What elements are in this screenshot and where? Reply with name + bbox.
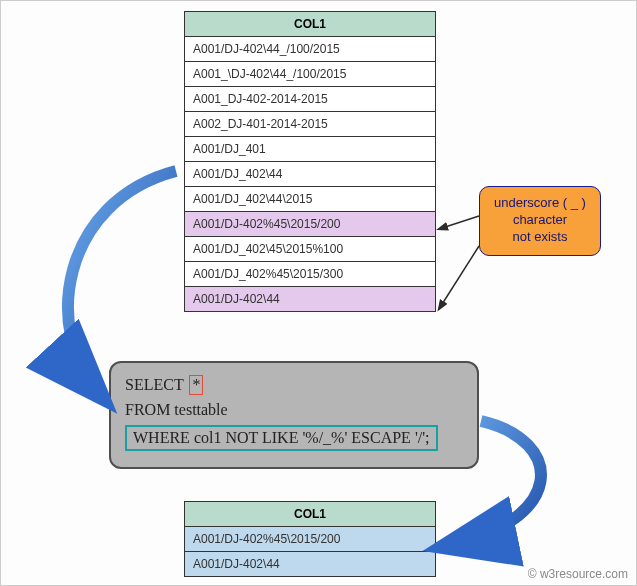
table-row: A001_\DJ-402\44_/100/2015 <box>185 62 436 87</box>
sql-star-highlight: * <box>189 375 203 395</box>
table-row: A001/DJ_402\45\2015%100 <box>185 237 436 262</box>
table-row: A001_DJ-402-2014-2015 <box>185 87 436 112</box>
result-table-header: COL1 <box>185 502 436 527</box>
sql-where-highlight: WHERE col1 NOT LIKE '%/_%' ESCAPE '/'; <box>125 425 438 451</box>
table-row: A001/DJ_402\44 <box>185 162 436 187</box>
callout-pointer-1 <box>439 216 479 229</box>
sql-where-line: WHERE col1 NOT LIKE '%/_%' ESCAPE '/'; <box>133 429 430 446</box>
result-table: COL1 A001/DJ-402%45\2015/200A001/DJ-402\… <box>184 501 436 577</box>
source-table-header: COL1 <box>185 12 436 37</box>
table-row: A001/DJ-402%45\2015/200 <box>185 212 436 237</box>
sql-star: * <box>192 376 200 393</box>
result-table-body: A001/DJ-402%45\2015/200A001/DJ-402\44 <box>185 527 436 577</box>
table-row: A001/DJ_402\44\2015 <box>185 187 436 212</box>
footer-credit: © w3resource.com <box>528 567 628 581</box>
sql-query-box: SELECT * FROM testtable WHERE col1 NOT L… <box>109 361 479 469</box>
table-row: A002_DJ-401-2014-2015 <box>185 112 436 137</box>
callout-line2: character <box>486 212 594 229</box>
source-table-body: A001/DJ-402\44_/100/2015A001_\DJ-402\44_… <box>185 37 436 312</box>
callout-box: underscore ( _ ) character not exists <box>479 186 601 256</box>
table-row: A001/DJ-402%45\2015/200 <box>185 527 436 552</box>
table-row: A001/DJ_402%45\2015/300 <box>185 262 436 287</box>
table-row: A001/DJ_401 <box>185 137 436 162</box>
callout-line1: underscore ( _ ) <box>486 195 594 212</box>
table-row: A001/DJ-402\44 <box>185 287 436 312</box>
sql-select-keyword: SELECT <box>125 376 183 393</box>
source-table: COL1 A001/DJ-402\44_/100/2015A001_\DJ-40… <box>184 11 436 312</box>
sql-from-line: FROM testtable <box>125 401 463 419</box>
callout-pointer-2 <box>439 246 479 309</box>
table-row: A001/DJ-402\44_/100/2015 <box>185 37 436 62</box>
table-row: A001/DJ-402\44 <box>185 552 436 577</box>
callout-line3: not exists <box>486 229 594 246</box>
